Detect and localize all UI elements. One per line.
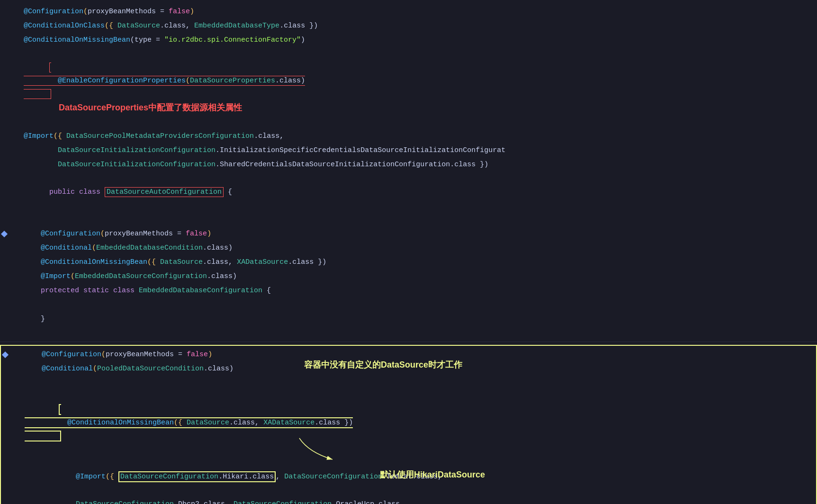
code-line-7: DataSourceInitializationConfiguration.Sh… bbox=[0, 158, 817, 172]
line-content-12: @ConditionalOnMissingBean({ DataSource.c… bbox=[19, 256, 817, 269]
code-line-blank-1 bbox=[0, 213, 817, 227]
line-content-10: @Configuration(proxyBeanMethods = false) bbox=[19, 227, 817, 241]
yellow-line-23: DataSourceConfiguration.Dbcp2.class, Dat… bbox=[1, 497, 816, 504]
line-content-1: @Configuration(proxyBeanMethods = false) bbox=[19, 5, 817, 18]
yellow-content-23: DataSourceConfiguration.Dbcp2.class, Dat… bbox=[20, 498, 816, 504]
code-line-10: @Configuration(proxyBeanMethods = false) bbox=[0, 227, 817, 241]
code-line-8: public class DataSourceAutoConfiguration… bbox=[0, 172, 817, 213]
code-line-5: @Import({ DataSourcePoolMetadataProvider… bbox=[0, 129, 817, 144]
code-line-16: } bbox=[0, 312, 817, 326]
yellow-annotation-hikari: 默认使用HikariDataSource bbox=[380, 469, 485, 480]
line-content-13: @Import(EmbeddedDataSourceConfiguration.… bbox=[19, 270, 817, 283]
code-line-1: @Configuration(proxyBeanMethods = false) bbox=[0, 5, 817, 19]
line-content-3: @ConditionalOnMissingBean(type = "io.r2d… bbox=[19, 34, 817, 47]
line-content-7: DataSourceInitializationConfiguration.Sh… bbox=[19, 158, 817, 171]
line-content-b3 bbox=[19, 327, 817, 340]
line-content-8: public class DataSourceAutoConfiguration… bbox=[19, 172, 817, 212]
yellow-line-21: @ConditionalOnMissingBean({ DataSource.c… bbox=[1, 376, 816, 457]
code-line-6: DataSourceInitializationConfiguration.In… bbox=[0, 144, 817, 158]
line-content-16: } bbox=[19, 313, 817, 326]
diamond-icon-19 bbox=[2, 351, 9, 358]
code-line-4: @EnableConfigurationProperties(DataSourc… bbox=[0, 47, 817, 129]
code-line-3: @ConditionalOnMissingBean(type = "io.r2d… bbox=[0, 33, 817, 47]
section-separator bbox=[0, 342, 817, 342]
line-content-11: @Conditional(EmbeddedDatabaseCondition.c… bbox=[19, 242, 817, 255]
code-line-12: @ConditionalOnMissingBean({ DataSource.c… bbox=[0, 255, 817, 270]
code-line-11: @Conditional(EmbeddedDatabaseCondition.c… bbox=[0, 241, 817, 255]
code-line-13: @Import(EmbeddedDataSourceConfiguration.… bbox=[0, 270, 817, 284]
red-annotation-bubble: DataSourceProperties中配置了数据源相关属性 bbox=[59, 103, 242, 112]
line-content-5: @Import({ DataSourcePoolMetadataProvider… bbox=[19, 130, 817, 143]
code-line-blank-3 bbox=[0, 326, 817, 341]
diamond-icon-10 bbox=[1, 231, 8, 237]
line-content-6: DataSourceInitializationConfiguration.In… bbox=[19, 144, 817, 157]
code-container: @Configuration(proxyBeanMethods = false)… bbox=[0, 0, 817, 504]
code-line-14: protected static class EmbeddedDatabaseC… bbox=[0, 284, 817, 298]
line-content-4: @EnableConfigurationProperties(DataSourc… bbox=[19, 48, 817, 129]
line-content-b2 bbox=[19, 298, 817, 312]
line-content-b1 bbox=[19, 213, 817, 226]
yellow-content-21: @ConditionalOnMissingBean({ DataSource.c… bbox=[20, 377, 816, 456]
line-content-2: @ConditionalOnClass({ DataSource.class, … bbox=[19, 19, 817, 33]
code-line-blank-2 bbox=[0, 298, 817, 312]
yellow-annotation-datasource: 容器中没有自定义的DataSource时才工作 bbox=[304, 359, 462, 370]
yellow-section: 容器中没有自定义的DataSource时才工作 默认使用HikariDataSo… bbox=[0, 345, 817, 504]
code-line-2: @ConditionalOnClass({ DataSource.class, … bbox=[0, 19, 817, 33]
line-content-14: protected static class EmbeddedDatabaseC… bbox=[19, 284, 817, 297]
